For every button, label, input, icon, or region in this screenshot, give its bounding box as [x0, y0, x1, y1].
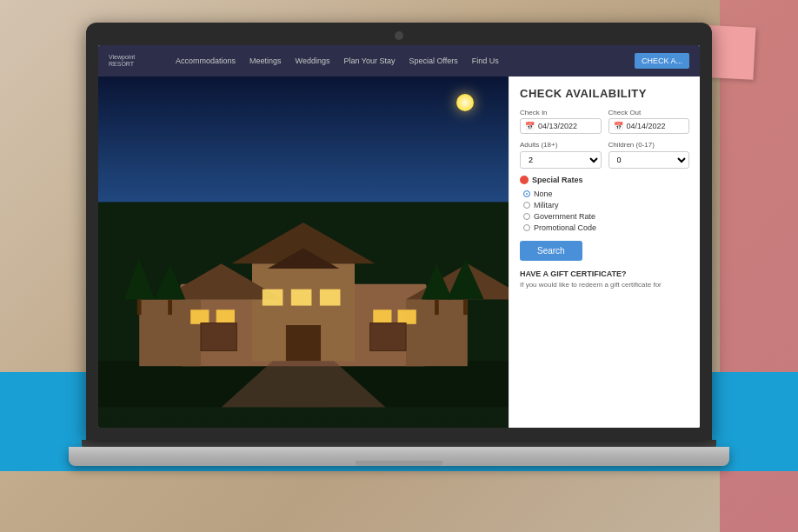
main-content: CHECK AVAILABILITY Check In 📅 04/13/2022… — [98, 76, 700, 428]
children-label: Children (0-17) — [608, 141, 690, 149]
gift-certificate-title: HAVE A GIFT CERTIFICATE? — [520, 269, 689, 278]
check-in-label: Check In — [520, 109, 602, 116]
nav-meetings[interactable]: Meetings — [243, 53, 288, 69]
moon — [456, 94, 474, 111]
laptop-device: Viewpoint RESORT Accommodations Meetings… — [60, 23, 738, 509]
nav-check-availability-cta[interactable]: CHECK A... — [635, 53, 689, 69]
special-rates-header: Special Rates — [520, 176, 689, 184]
svg-rect-27 — [435, 300, 439, 316]
svg-rect-25 — [168, 300, 172, 316]
radio-dot-government — [523, 213, 530, 220]
logo-subtext: RESORT — [109, 61, 170, 68]
svg-rect-17 — [320, 289, 341, 306]
svg-rect-18 — [201, 323, 236, 351]
nav-items-container: Accommodations Meetings Weddings Plan Yo… — [170, 53, 635, 69]
radio-military-label: Military — [534, 201, 559, 209]
radio-promo[interactable]: Promotional Code — [523, 223, 689, 232]
navigation-bar: Viewpoint RESORT Accommodations Meetings… — [98, 45, 700, 76]
check-in-field: Check In 📅 04/13/2022 — [520, 109, 602, 134]
special-rates-radio-group: None Military Government Rate Promo — [520, 190, 689, 232]
booking-panel-title: CHECK AVAILABILITY — [520, 87, 689, 100]
check-in-value: 04/13/2022 — [538, 122, 577, 130]
special-rates-icon — [520, 176, 529, 184]
nav-accommodations[interactable]: Accommodations — [170, 53, 242, 69]
radio-government-label: Government Rate — [534, 212, 595, 221]
laptop-screen: Viewpoint RESORT Accommodations Meetings… — [86, 23, 712, 440]
adults-field: Adults (18+) 2 1 3 4 — [520, 141, 602, 169]
radio-military[interactable]: Military — [523, 201, 689, 209]
svg-rect-13 — [373, 310, 391, 325]
laptop-hinge — [82, 440, 716, 447]
booking-panel: CHECK AVAILABILITY Check In 📅 04/13/2022… — [509, 76, 700, 428]
svg-rect-11 — [190, 310, 209, 325]
dates-row: Check In 📅 04/13/2022 Check Out 📅 04/14/… — [520, 109, 689, 134]
svg-rect-20 — [286, 325, 321, 361]
check-in-input[interactable]: 📅 04/13/2022 — [520, 118, 602, 134]
radio-promo-label: Promotional Code — [534, 223, 596, 232]
check-out-value: 04/14/2022 — [627, 122, 666, 130]
calendar-icon-checkin: 📅 — [525, 122, 535, 130]
nav-special-offers[interactable]: Special Offers — [402, 53, 463, 69]
gift-certificate-text: If you would like to redeem a gift certi… — [520, 281, 689, 289]
svg-rect-29 — [463, 300, 468, 316]
svg-rect-15 — [263, 289, 283, 306]
svg-rect-19 — [370, 323, 406, 351]
guests-row: Adults (18+) 2 1 3 4 Children (0-17) — [520, 141, 689, 169]
house-illustration — [98, 182, 509, 428]
check-out-label: Check Out — [608, 109, 690, 116]
search-button[interactable]: Search — [520, 241, 582, 261]
svg-rect-23 — [137, 300, 142, 316]
check-out-input[interactable]: 📅 04/14/2022 — [608, 118, 690, 134]
radio-dot-military — [523, 202, 530, 209]
radio-none-label: None — [534, 190, 553, 198]
special-rates-label: Special Rates — [532, 176, 583, 184]
nav-find-us[interactable]: Find Us — [466, 53, 505, 69]
nav-weddings[interactable]: Weddings — [289, 53, 336, 69]
children-field: Children (0-17) 0 1 2 — [608, 141, 690, 169]
svg-rect-16 — [291, 289, 312, 306]
radio-none[interactable]: None — [523, 190, 689, 198]
nav-plan-your-stay[interactable]: Plan Your Stay — [337, 53, 401, 69]
logo-text: Viewpoint — [109, 54, 170, 61]
radio-government[interactable]: Government Rate — [523, 212, 689, 221]
screen-content: Viewpoint RESORT Accommodations Meetings… — [98, 45, 700, 428]
check-out-field: Check Out 📅 04/14/2022 — [608, 109, 690, 134]
radio-dot-promo — [523, 224, 530, 231]
hero-image — [98, 76, 509, 428]
site-logo: Viewpoint RESORT — [109, 54, 170, 69]
laptop-base — [69, 447, 729, 466]
radio-dot-none — [523, 190, 530, 197]
svg-rect-12 — [216, 310, 235, 325]
adults-label: Adults (18+) — [520, 141, 602, 149]
adults-select[interactable]: 2 1 3 4 — [520, 151, 602, 169]
children-select[interactable]: 0 1 2 — [608, 151, 690, 169]
svg-rect-14 — [398, 310, 416, 325]
calendar-icon-checkout: 📅 — [614, 122, 623, 130]
